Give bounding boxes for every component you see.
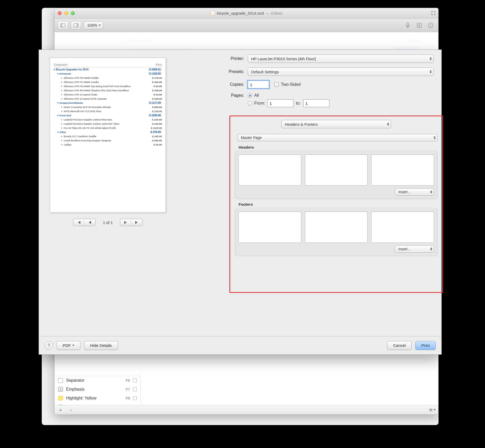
window-title: bicycle_upgrade_2014.oo3 — Edited (55, 11, 438, 16)
header-center-field[interactable] (305, 154, 368, 186)
fullscreen-icon[interactable] (431, 11, 436, 15)
footers-group: Insert… (235, 208, 437, 256)
headers-label: Headers (239, 145, 437, 149)
style-row[interactable]: AEmphasisF7 (55, 385, 140, 394)
print-section-select[interactable]: Headers & Footers (281, 120, 391, 128)
preview-next-button[interactable] (120, 219, 131, 226)
pages-to-label: to: (296, 101, 301, 106)
pages-range-radio[interactable] (248, 101, 252, 106)
print-dialog-buttons: ? PDF Hide Details Cancel Print (39, 336, 441, 354)
footer-right-field[interactable] (371, 211, 434, 243)
preview-last-button[interactable] (131, 219, 142, 226)
pages-from-input[interactable] (267, 99, 293, 107)
preview-page-indicator: 1 of 1 (103, 220, 113, 225)
printer-label: Printer: (182, 56, 248, 61)
zoom-select[interactable]: 100% (84, 21, 103, 29)
window-minimize-button[interactable] (64, 11, 68, 15)
copies-label: Copies: (182, 82, 248, 87)
print-preview-panel: Component Price Bicycle Upgrades for 201… (39, 50, 177, 354)
print-preview-page: Component Price Bicycle Upgrades for 201… (50, 58, 166, 213)
printer-select[interactable]: HP LaserJet P3010 Series [4th Floor] (248, 55, 434, 63)
twosided-checkbox[interactable] (274, 82, 279, 87)
remove-style-button[interactable]: － (68, 407, 74, 413)
print-dialog-sheet: Component Price Bicycle Upgrades for 201… (39, 50, 442, 355)
headers-footers-section: Headers & Footers Master Page Headers (229, 116, 443, 293)
preview-first-button[interactable] (73, 219, 84, 226)
pages-label: Pages: (182, 93, 248, 98)
svg-rect-4 (407, 23, 409, 26)
hide-details-button[interactable]: Hide Details (84, 341, 118, 350)
headers-insert-menu[interactable]: Insert… (395, 188, 434, 196)
preview-first-prev-segment[interactable] (73, 219, 96, 226)
style-actions-menu[interactable] (429, 407, 436, 413)
twosided-label: Two-Sided (281, 82, 301, 87)
toolbar-utility-toggle[interactable] (71, 21, 81, 29)
toolbar: 100% (55, 19, 438, 32)
window-close-button[interactable] (58, 11, 62, 15)
pages-all-label: All (254, 93, 259, 98)
document-icon (211, 11, 215, 16)
pdf-menu-button[interactable]: PDF (57, 341, 80, 350)
help-button[interactable]: ? (45, 341, 53, 350)
footer-center-field[interactable] (305, 211, 368, 243)
svg-rect-3 (77, 23, 78, 27)
headers-group: Insert… (235, 151, 437, 199)
preview-prev-button[interactable] (84, 219, 95, 226)
toolbar-sidebar-toggle[interactable] (58, 21, 68, 29)
page-scope-select[interactable]: Master Page (238, 134, 437, 141)
svg-point-8 (430, 409, 432, 411)
titlebar: bicycle_upgrade_2014.oo3 — Edited (55, 8, 438, 19)
sidebar-bottom-bar: ＋ － (55, 405, 438, 414)
footer-left-field[interactable] (238, 211, 301, 243)
style-row[interactable]: SeparatorF6 (55, 376, 140, 385)
sidebar-styles: SeparatorF6AEmphasisF7Highlight: YellowF… (55, 376, 141, 404)
footers-label: Footers (239, 202, 437, 207)
presets-label: Presets: (182, 69, 248, 74)
pages-all-radio[interactable] (248, 93, 252, 98)
attach-icon[interactable] (415, 21, 424, 30)
svg-point-7 (431, 24, 431, 24)
svg-rect-1 (61, 23, 62, 27)
header-left-field[interactable] (238, 154, 301, 186)
print-button[interactable]: Print (415, 341, 436, 350)
pages-to-input[interactable] (303, 99, 329, 107)
cancel-button[interactable]: Cancel (387, 341, 412, 350)
header-right-field[interactable] (371, 154, 434, 186)
pages-from-label: From: (254, 101, 265, 106)
preview-next-last-segment[interactable] (120, 219, 143, 226)
style-row[interactable]: Highlight: YellowF8 (55, 394, 140, 403)
copies-input[interactable] (248, 81, 269, 88)
footers-insert-menu[interactable]: Insert… (395, 245, 434, 253)
print-options-panel: Printer: HP LaserJet P3010 Series [4th F… (177, 50, 441, 354)
info-icon[interactable] (426, 21, 435, 30)
microphone-icon[interactable] (403, 21, 412, 30)
add-style-button[interactable]: ＋ (57, 407, 64, 413)
window-zoom-button[interactable] (71, 11, 75, 15)
presets-select[interactable]: Default Settings (248, 68, 434, 76)
